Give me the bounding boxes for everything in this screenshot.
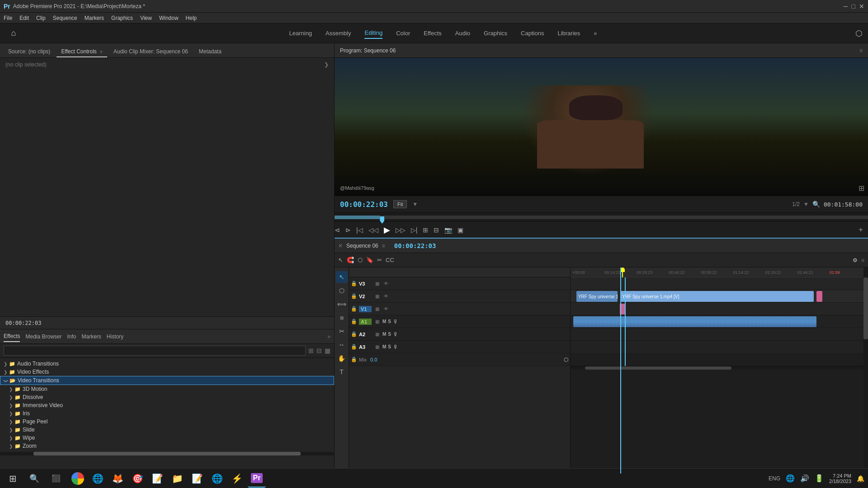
track-mix-lock-icon[interactable]: 🔒 [351, 357, 357, 362]
source-expand-icon[interactable]: ❯ [324, 61, 329, 68]
tab-metadata[interactable]: Metadata [194, 47, 226, 57]
taskbar-app-video[interactable]: 🎯 [128, 469, 146, 488]
nav-captions[interactable]: Captions [521, 28, 544, 38]
tree-dissolve[interactable]: ❯ Dissolve [0, 393, 334, 401]
effects-more-button[interactable]: » [327, 333, 330, 340]
fit-dropdown-arrow[interactable]: ▼ [412, 201, 418, 207]
menu-sequence[interactable]: Sequence [53, 15, 77, 21]
taskbar-app-premiere[interactable]: Pr [248, 469, 266, 488]
ctrl-step-forward[interactable]: ▷▷ [396, 226, 406, 234]
window-controls[interactable]: ─ □ ✕ [844, 3, 864, 10]
taskbar-task-view[interactable]: ⬛ [47, 469, 65, 488]
effects-icon-grid2[interactable]: ⊟ [316, 347, 322, 354]
track-a2-solo-button[interactable]: S [388, 332, 391, 337]
ctrl-overwrite[interactable]: ⊟ [434, 226, 439, 234]
menu-view[interactable]: View [140, 15, 152, 21]
close-button[interactable]: ✕ [859, 3, 864, 10]
ctrl-play-stop[interactable]: ▶ [384, 225, 390, 235]
taskbar-app-chrome2[interactable]: 🌐 [208, 469, 226, 488]
nav-effects[interactable]: Effects [424, 28, 442, 38]
tree-immersive-video[interactable]: ❯ Immersive Video [0, 401, 334, 409]
track-v1-lock-icon[interactable]: 🔒 [351, 306, 357, 312]
tool-slip[interactable]: ↔ [336, 339, 348, 351]
tl-settings-icon[interactable]: ≡ [861, 257, 864, 263]
ctrl-button-editor[interactable]: ▣ [458, 226, 463, 234]
timeline-horizontal-scrollbar[interactable] [571, 366, 863, 370]
taskbar-app-word[interactable]: 📝 [188, 469, 206, 488]
menu-file[interactable]: File [4, 15, 12, 21]
tab-info[interactable]: Info [67, 332, 76, 342]
minimize-button[interactable]: ─ [844, 3, 848, 10]
effect-controls-menu-icon[interactable]: ≡ [100, 49, 103, 54]
program-monitor-menu-icon[interactable]: ≡ [859, 47, 863, 54]
tl-captions[interactable]: CC [386, 257, 394, 263]
nav-assembly[interactable]: Assembly [326, 28, 351, 38]
tl-razor[interactable]: ✂ [377, 257, 382, 263]
monitor-progress-bar[interactable] [335, 212, 868, 221]
track-mix-expand-icon[interactable]: ⬡ [564, 357, 568, 363]
tree-slide[interactable]: ❯ Slide [0, 426, 334, 434]
magnifier-icon[interactable]: 🔍 [812, 201, 820, 208]
tab-effect-controls[interactable]: Effect Controls ≡ [57, 47, 107, 57]
tree-3d-motion[interactable]: ❯ 3D Motion [0, 385, 334, 393]
effects-search-input[interactable] [4, 346, 306, 356]
nav-more[interactable]: » [594, 28, 597, 38]
tool-linked-selection[interactable]: ⊞ [336, 312, 348, 324]
track-v1-sync-icon[interactable]: ▦ [373, 305, 381, 313]
tl-linked-select[interactable]: ⬡ [358, 257, 363, 263]
track-a3-lock-icon[interactable]: 🔒 [351, 344, 357, 350]
taskbar-app-notes[interactable]: 📝 [148, 469, 166, 488]
ctrl-mark-out[interactable]: ⊳ [345, 226, 351, 234]
tool-ripple-edit[interactable]: ⟺ [336, 298, 348, 310]
tool-track-select[interactable]: ⬡ [336, 285, 348, 296]
menu-markers[interactable]: Markers [85, 15, 104, 21]
timeline-content-ruler[interactable]: +00:00 00:14:23 00:29:23 00:44:22 00:59:… [571, 267, 863, 277]
program-timecode-display[interactable]: 00:00:22:03 [340, 200, 388, 209]
taskbar-app-firefox[interactable]: 🦊 [108, 469, 127, 488]
tree-iris[interactable]: ❯ Iris [0, 409, 334, 418]
resolution-fraction[interactable]: 1/2 [792, 201, 800, 207]
timeline-close-icon[interactable]: ✕ [338, 243, 343, 249]
ctrl-mark-in[interactable]: ⊲ [335, 226, 340, 234]
clip-v2-yrf2[interactable]: YRF Spy universe 1.mp4 [V] [620, 291, 814, 302]
taskbar-start-button[interactable]: ⊞ [4, 469, 22, 488]
nav-libraries[interactable]: Libraries [557, 28, 580, 38]
tab-media-browser[interactable]: Media Browser [25, 332, 61, 342]
maximize-button[interactable]: □ [852, 3, 855, 10]
tree-wipe[interactable]: ❯ Wipe [0, 434, 334, 442]
track-a3-mic-icon[interactable]: 🎙 [393, 344, 398, 350]
tab-audio-clip-mixer[interactable]: Audio Clip Mixer: Sequence 06 [109, 47, 193, 57]
nav-audio[interactable]: Audio [455, 28, 470, 38]
ctrl-export-frame[interactable]: 📷 [444, 226, 452, 234]
tree-video-effects[interactable]: ❯ Video Effects [0, 368, 334, 376]
track-v2-eye-icon[interactable]: 👁 [382, 293, 390, 300]
effects-icon-grid1[interactable]: ⊞ [308, 347, 314, 354]
tab-effects[interactable]: Effects [4, 331, 20, 342]
menu-help[interactable]: Help [186, 15, 197, 21]
menu-edit[interactable]: Edit [19, 15, 29, 21]
track-a3-solo-button[interactable]: S [388, 344, 391, 349]
tree-zoom[interactable]: ❯ Zoom [0, 442, 334, 450]
tl-marker[interactable]: 🔖 [366, 257, 373, 263]
vscroll-thumb[interactable] [863, 277, 868, 339]
tab-source[interactable]: Source: (no clips) [4, 47, 55, 57]
nav-graphics[interactable]: Graphics [484, 28, 507, 38]
tl-selection-tool[interactable]: ↖ [338, 257, 343, 263]
track-a2-sync-icon[interactable]: ▦ [373, 331, 381, 338]
nav-learning[interactable]: Learning [289, 28, 312, 38]
nav-editing[interactable]: Editing [364, 28, 382, 39]
taskbar-search-button[interactable]: 🔍 [25, 469, 43, 488]
ctrl-go-to-in[interactable]: |◁ [356, 226, 363, 234]
ctrl-step-back[interactable]: ◁◁ [368, 226, 378, 234]
track-a3-sync-icon[interactable]: ▦ [373, 343, 381, 351]
taskbar-volume-icon[interactable]: 🔊 [800, 474, 809, 483]
tree-page-peel[interactable]: ❯ Page Peel [0, 418, 334, 426]
track-a1-sync-icon[interactable]: ▦ [373, 318, 381, 325]
tool-type[interactable]: T [336, 366, 348, 378]
track-a2-mic-icon[interactable]: 🎙 [393, 331, 398, 338]
tl-filter-icon[interactable]: ⚙ [853, 257, 858, 263]
timeline-timecode-display[interactable]: 00:00:22:03 [394, 242, 436, 249]
taskbar-clock[interactable]: 7:24 PM 2/18/2023 [829, 473, 851, 484]
track-v2-lock-icon[interactable]: 🔒 [351, 293, 357, 299]
track-a3-mute-button[interactable]: M [382, 344, 386, 349]
